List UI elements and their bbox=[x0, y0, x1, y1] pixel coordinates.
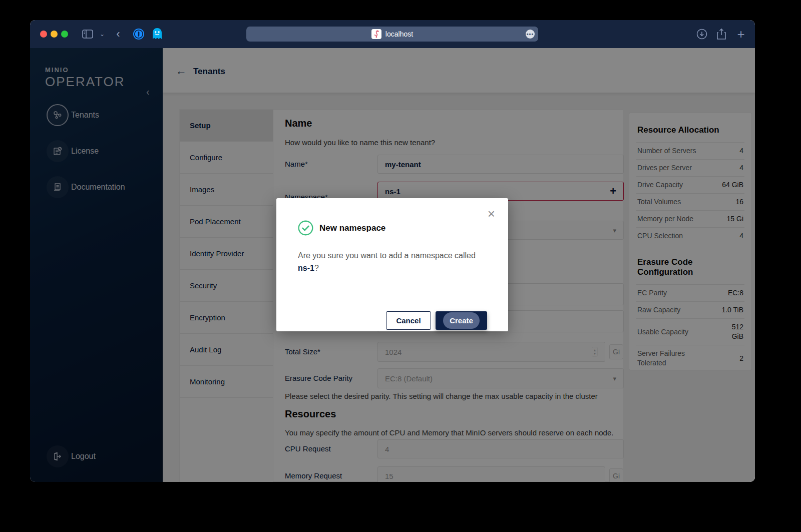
url-text: localhost bbox=[385, 30, 413, 38]
share-icon[interactable] bbox=[714, 27, 728, 41]
close-window-button[interactable] bbox=[40, 31, 47, 38]
browser-window: ⌄ ‹ localhost ••• + MINIO OPERATOR ‹ bbox=[30, 20, 755, 482]
downloads-icon[interactable] bbox=[695, 27, 709, 41]
page-options-icon[interactable]: ••• bbox=[526, 30, 535, 39]
zoom-window-button[interactable] bbox=[61, 31, 68, 38]
site-favicon-flamingo bbox=[371, 29, 381, 39]
success-check-icon bbox=[298, 220, 313, 236]
browser-toolbar: ⌄ ‹ localhost ••• + bbox=[30, 20, 755, 48]
sidebar-toggle-icon[interactable] bbox=[81, 27, 95, 41]
new-tab-icon[interactable]: + bbox=[734, 27, 748, 41]
back-icon[interactable]: ‹ bbox=[111, 27, 125, 41]
modal-message: Are you sure you want to add a namespace… bbox=[298, 249, 488, 274]
create-button[interactable]: Create bbox=[436, 311, 487, 330]
cancel-button[interactable]: Cancel bbox=[386, 311, 431, 330]
namespace-name: ns-1 bbox=[298, 264, 314, 272]
ghostery-extension-icon[interactable] bbox=[150, 27, 164, 41]
onepassword-extension-icon[interactable] bbox=[132, 27, 146, 41]
close-icon[interactable]: × bbox=[488, 206, 495, 222]
minimize-window-button[interactable] bbox=[51, 31, 58, 38]
modal-title: New namespace bbox=[319, 223, 385, 233]
new-namespace-modal: × New namespace Are you sure you want to… bbox=[276, 198, 508, 331]
chevron-down-icon[interactable]: ⌄ bbox=[95, 27, 109, 41]
address-bar[interactable]: localhost ••• bbox=[246, 27, 538, 42]
